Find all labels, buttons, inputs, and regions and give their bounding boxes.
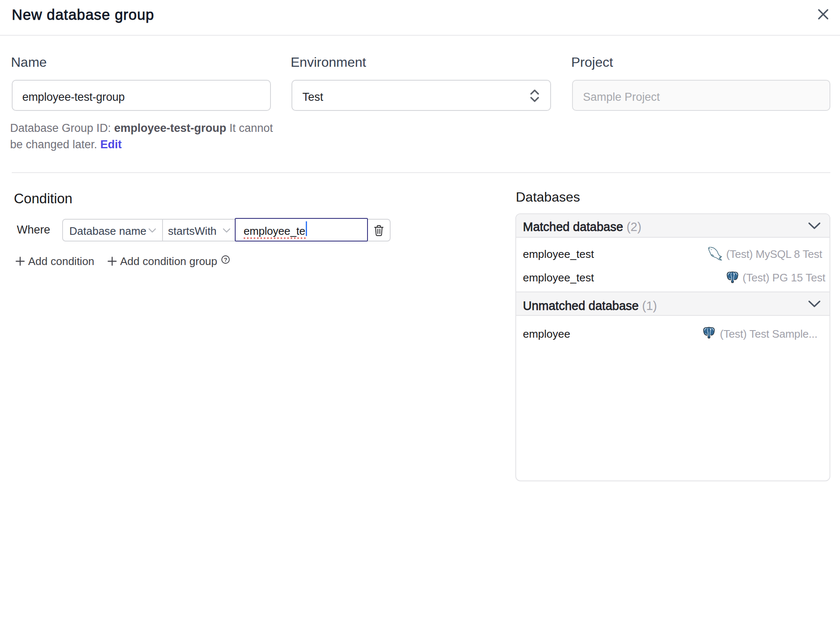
svg-text:?: ? xyxy=(224,257,227,263)
